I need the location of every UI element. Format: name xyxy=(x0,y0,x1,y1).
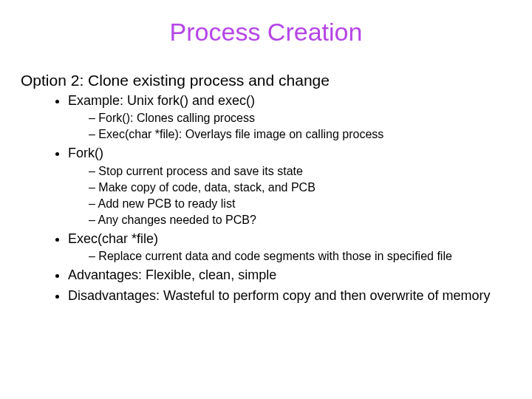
bullet-text: Exec(char *file) xyxy=(68,231,158,246)
sub-bullet: Make copy of code, data, stack, and PCB xyxy=(89,180,511,195)
bullet-disadvantages: Disadvantages: Wasteful to perform copy … xyxy=(68,287,511,304)
bullet-text: Example: Unix fork() and exec() xyxy=(68,93,255,108)
bullet-text: Fork() xyxy=(68,146,103,160)
bullet-advantages: Advantages: Flexible, clean, simple xyxy=(68,267,511,284)
bullet-example: Example: Unix fork() and exec() Fork(): … xyxy=(68,92,511,142)
bullet-list: Example: Unix fork() and exec() Fork(): … xyxy=(21,92,511,304)
sub-bullet: Add new PCB to ready list xyxy=(89,197,511,211)
sub-bullet: Fork(): Clones calling process xyxy=(89,111,511,126)
slide: Process Creation Option 2: Clone existin… xyxy=(0,0,532,399)
sublist-fork: Stop current process and save its state … xyxy=(68,164,511,228)
slide-title: Process Creation xyxy=(21,18,511,47)
sublist-example: Fork(): Clones calling process Exec(char… xyxy=(68,111,511,142)
slide-subtitle: Option 2: Clone existing process and cha… xyxy=(21,72,511,89)
bullet-fork: Fork() Stop current process and save its… xyxy=(68,145,511,227)
sub-bullet: Replace current data and code segments w… xyxy=(89,249,511,264)
sublist-exec: Replace current data and code segments w… xyxy=(68,249,511,264)
sub-bullet: Any changes needed to PCB? xyxy=(89,213,511,228)
sub-bullet: Stop current process and save its state xyxy=(89,164,511,179)
bullet-exec: Exec(char *file) Replace current data an… xyxy=(68,231,511,264)
sub-bullet: Exec(char *file): Overlays file image on… xyxy=(89,127,511,142)
